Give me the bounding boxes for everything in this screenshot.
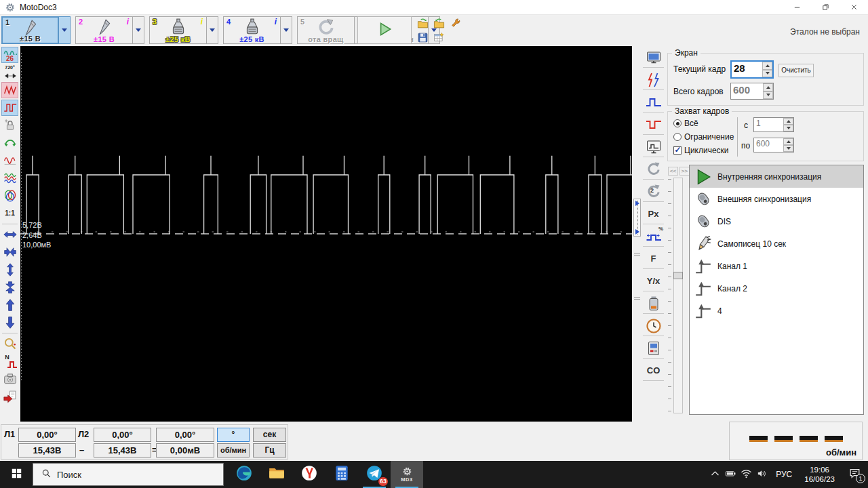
marker-arrow-bottom-icon[interactable] (635, 229, 639, 235)
oscilloscope-display[interactable]: 5,72В 2,64В 10,00мВ (20, 46, 632, 422)
taskbar-app-yandex[interactable] (293, 461, 326, 488)
wrench-button[interactable] (448, 17, 462, 30)
arrow-up-icon[interactable] (1, 297, 18, 313)
unit-degrees-button[interactable]: ° (217, 428, 250, 442)
one-to-one-icon[interactable]: 1:1 (1, 205, 18, 222)
normalize-icon[interactable]: N (1, 353, 18, 369)
start-measurement-button[interactable] (357, 16, 412, 44)
current-frame-up-button[interactable] (762, 62, 772, 70)
clock-icon[interactable] (643, 316, 664, 336)
sine-wave-icon[interactable] (1, 152, 18, 169)
volume-icon[interactable] (754, 461, 770, 488)
overlay-rings-icon[interactable] (1, 188, 18, 204)
marker-arrow-top-icon[interactable] (635, 201, 639, 206)
from-down-button[interactable] (783, 125, 793, 131)
total-frames-up-button[interactable] (763, 83, 773, 92)
pulse-blue-icon[interactable] (643, 92, 664, 113)
radio-all[interactable]: Всё (673, 119, 698, 128)
arrow-down-icon[interactable] (1, 314, 18, 331)
splitter-grip[interactable] (634, 297, 640, 300)
folder-import-button[interactable] (431, 17, 446, 30)
lock-capture-icon[interactable] (1, 117, 18, 134)
channel-1-button[interactable]: 1±15 В (1, 16, 59, 44)
rotate-2-icon[interactable]: 2 (643, 182, 664, 202)
sync-list-item[interactable]: Самописец 10 сек (690, 232, 863, 255)
notification-center-button[interactable]: 1 (841, 461, 868, 488)
rotate-icon[interactable] (643, 159, 664, 180)
nav-forward-button[interactable]: >> (679, 167, 690, 176)
waves-red-icon[interactable] (1, 82, 18, 98)
to-down-button[interactable] (783, 145, 793, 152)
to-spinbox[interactable]: 600 (753, 138, 794, 152)
slider-track[interactable] (673, 178, 683, 413)
tray-chevron-button[interactable] (707, 461, 723, 488)
export-doc-icon[interactable] (1, 388, 18, 405)
zoom-icon[interactable] (1, 336, 18, 352)
checkbox-cyclic[interactable]: Циклически (673, 146, 729, 155)
taskbar-app-motodoc[interactable]: MD3 (391, 461, 423, 488)
sync-list-item[interactable]: 4 (690, 300, 863, 322)
h-compress-icon[interactable] (1, 244, 18, 260)
current-frame-value[interactable]: 28 (732, 62, 762, 77)
sync-list-item[interactable]: DIS (690, 210, 863, 232)
restore-button[interactable] (811, 0, 840, 15)
radio-all-control[interactable] (673, 119, 682, 127)
sync-mode-list[interactable]: Внутренняя синхронизацияВнешняя синхрони… (689, 165, 864, 415)
taskbar-search[interactable]: Поиск (33, 463, 224, 486)
trigger-level-marker[interactable] (633, 199, 641, 237)
wifi-icon[interactable] (738, 461, 754, 488)
pulse-red-icon[interactable] (1, 100, 18, 116)
channel-3-button[interactable]: 3i±25 кВ (149, 16, 207, 44)
slider-handle[interactable] (673, 272, 683, 279)
minimize-button[interactable] (783, 0, 811, 15)
scale-720-icon[interactable]: 720° (1, 64, 18, 81)
table-new-button[interactable] (431, 31, 446, 44)
start-button[interactable] (0, 461, 33, 488)
device-icon[interactable] (643, 338, 664, 359)
h-expand-icon[interactable] (1, 226, 18, 243)
pulse-down-red-icon[interactable] (643, 115, 664, 135)
sync-list-item[interactable]: Внутренняя синхронизация (690, 165, 863, 188)
unit-rpm-button[interactable]: об/мин (217, 443, 250, 458)
screen-pulse-icon[interactable] (643, 137, 664, 157)
frame-position-slider[interactable] (668, 178, 687, 413)
unit-seconds-button[interactable]: сек (253, 428, 286, 442)
battery-icon[interactable] (643, 293, 664, 314)
radio-limit[interactable]: Ограничение (673, 132, 734, 142)
taskbar-app-explorer[interactable] (260, 461, 293, 488)
clock-widget[interactable]: 19:06 16/06/23 (798, 465, 841, 484)
taskbar-app-telegram[interactable]: 63 (358, 461, 391, 488)
channel-4-button[interactable]: 4i±25 кВ (223, 16, 281, 44)
folder-open-button[interactable] (415, 17, 430, 30)
percent-step-icon[interactable]: % (643, 226, 664, 247)
channel-4-dropdown[interactable] (281, 16, 292, 44)
total-frames-spinbox[interactable]: 600 (730, 83, 774, 100)
battery-icon[interactable] (723, 461, 738, 488)
clear-button[interactable]: Очистить (778, 64, 814, 77)
px-icon[interactable]: Px (643, 204, 664, 224)
sync-list-item[interactable]: Канал 2 (690, 277, 863, 300)
yx-icon[interactable]: Y/x (643, 271, 664, 291)
co-icon[interactable]: CO (643, 361, 664, 381)
from-up-button[interactable] (783, 118, 793, 125)
language-indicator[interactable]: РУС (770, 470, 798, 479)
radio-limit-control[interactable] (673, 133, 682, 141)
v-expand-icon[interactable] (1, 262, 18, 278)
channel-2-dropdown[interactable] (133, 16, 144, 44)
f-icon[interactable]: F (643, 249, 664, 269)
from-spinbox[interactable]: 1 (753, 117, 794, 132)
checkbox-cyclic-control[interactable] (673, 146, 682, 155)
to-up-button[interactable] (783, 138, 793, 145)
frames-26-icon[interactable]: 26 (1, 47, 18, 63)
current-frame-spinbox[interactable]: 28 (730, 60, 774, 79)
screen-icon[interactable] (643, 47, 664, 68)
close-button[interactable] (840, 0, 868, 15)
channel-1-dropdown[interactable] (59, 16, 71, 44)
channel-3-dropdown[interactable] (207, 16, 218, 44)
nav-back-button[interactable]: << (668, 167, 678, 176)
floppy-button[interactable] (415, 31, 430, 44)
camera-icon[interactable] (1, 371, 18, 387)
taskbar-app-calculator[interactable] (326, 461, 358, 488)
channel-5-button[interactable]: 5ота вращ (297, 16, 355, 44)
current-frame-down-button[interactable] (762, 70, 772, 78)
